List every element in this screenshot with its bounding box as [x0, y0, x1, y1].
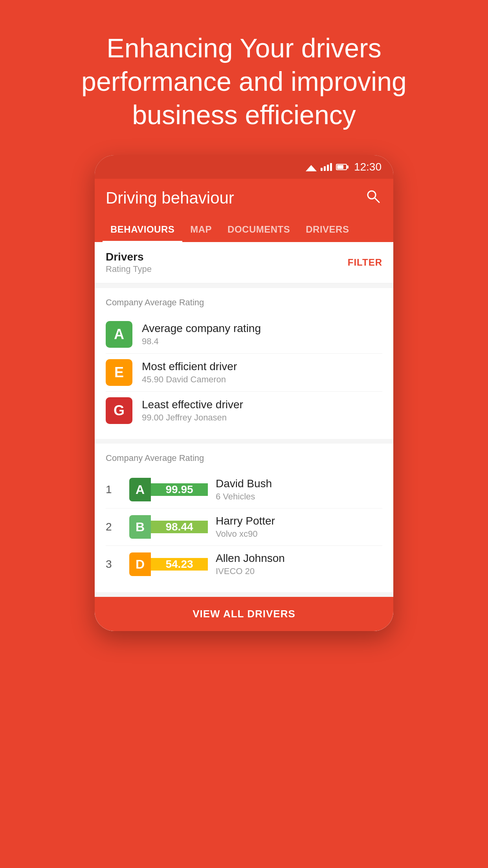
table-row: 3 D 54.23 Allen Johnson IVECO 20 — [106, 546, 382, 583]
status-bar: 12:30 — [95, 155, 393, 179]
list-item: A Average company rating 98.4 — [106, 316, 382, 354]
rating-name: Least effective driver — [142, 398, 243, 411]
driver-rank: 3 — [106, 558, 121, 571]
tab-documents[interactable]: DOCUMENTS — [220, 217, 298, 242]
section-subtitle: Rating Type — [106, 264, 152, 274]
section-title: Drivers — [106, 251, 152, 263]
rating-sub: 99.00 Jeffrey Jonasen — [142, 413, 243, 423]
status-icons: 12:30 — [306, 161, 382, 173]
phone-mockup: 12:30 Driving behaviour BEHAVIOURS MAP D… — [95, 155, 393, 631]
table-row: 1 A 99.95 David Bush 6 Vehicles — [106, 471, 382, 508]
driver-vehicle: IVECO 20 — [216, 566, 285, 576]
section-header: Drivers Rating Type FILTER — [95, 242, 393, 283]
driver-info: Allen Johnson IVECO 20 — [216, 552, 285, 576]
tab-map[interactable]: MAP — [182, 217, 220, 242]
driver-name: Allen Johnson — [216, 552, 285, 565]
driver-score-badge: A 99.95 — [129, 478, 208, 501]
driver-name: Harry Potter — [216, 515, 275, 527]
driver-score-badge: B 98.44 — [129, 515, 208, 539]
drivers-list-section: Company Average Rating 1 A 99.95 David B… — [95, 444, 393, 592]
company-average-section: Company Average Rating A Average company… — [95, 288, 393, 439]
tab-behaviours[interactable]: BEHAVIOURS — [103, 217, 182, 242]
driver-name: David Bush — [216, 477, 272, 490]
wifi-icon — [306, 163, 317, 171]
search-button[interactable] — [363, 187, 382, 209]
driver-vehicle: Volvo xc90 — [216, 529, 275, 539]
driver-score-letter: D — [129, 552, 151, 576]
driver-score-badge: D 54.23 — [129, 552, 208, 576]
signal-icon — [321, 163, 332, 171]
driver-score-letter: A — [129, 478, 151, 501]
svg-marker-0 — [306, 165, 317, 171]
tab-drivers[interactable]: DRIVERS — [298, 217, 357, 242]
rating-name: Most efficient driver — [142, 360, 237, 373]
filter-button[interactable]: FILTER — [348, 257, 382, 268]
content-area: Drivers Rating Type FILTER Company Avera… — [95, 242, 393, 631]
rating-info: Least effective driver 99.00 Jeffrey Jon… — [142, 398, 243, 423]
section-header-left: Drivers Rating Type — [106, 251, 152, 274]
company-average-title: Company Average Rating — [106, 297, 382, 308]
driver-rank: 1 — [106, 483, 121, 496]
rating-badge-a: A — [106, 321, 132, 348]
rating-badge-e: E — [106, 359, 132, 386]
app-title: Driving behaviour — [106, 189, 234, 207]
rating-name: Average company rating — [142, 322, 261, 335]
rating-info: Most efficient driver 45.90 David Camero… — [142, 360, 237, 385]
table-row: 2 B 98.44 Harry Potter Volvo xc90 — [106, 508, 382, 546]
battery-icon — [336, 164, 347, 170]
view-all-drivers-button[interactable]: VIEW ALL DRIVERS — [95, 597, 393, 631]
driver-score-letter: B — [129, 515, 151, 539]
driver-info: David Bush 6 Vehicles — [216, 477, 272, 502]
driver-vehicle: 6 Vehicles — [216, 492, 272, 502]
driver-info: Harry Potter Volvo xc90 — [216, 515, 275, 539]
app-bar: Driving behaviour — [95, 179, 393, 217]
rating-sub: 45.90 David Cameron — [142, 374, 237, 385]
rating-sub: 98.4 — [142, 336, 261, 347]
tabs-bar: BEHAVIOURS MAP DOCUMENTS DRIVERS — [95, 217, 393, 242]
list-item: G Least effective driver 99.00 Jeffrey J… — [106, 392, 382, 429]
drivers-list-title: Company Average Rating — [106, 453, 382, 463]
driver-score-number: 98.44 — [151, 521, 208, 533]
driver-score-number: 99.95 — [151, 483, 208, 496]
svg-line-2 — [374, 198, 379, 202]
rating-info: Average company rating 98.4 — [142, 322, 261, 347]
hero-headline: Enhancing Your drivers performance and i… — [0, 0, 488, 155]
rating-badge-g: G — [106, 397, 132, 424]
driver-rank: 2 — [106, 521, 121, 533]
list-item: E Most efficient driver 45.90 David Came… — [106, 354, 382, 392]
status-time: 12:30 — [354, 161, 382, 173]
driver-score-number: 54.23 — [151, 558, 208, 571]
